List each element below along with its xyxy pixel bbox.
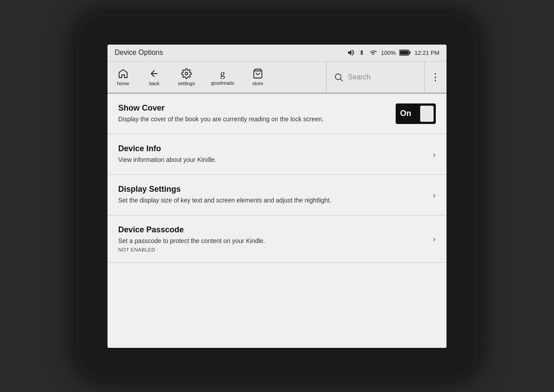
nav-store-label: store [252, 81, 263, 86]
device-passcode-status: NOT ENABLED [118, 247, 426, 252]
toggle-on-label: On [400, 109, 411, 118]
home-icon [118, 68, 128, 79]
nav-settings[interactable]: settings [170, 65, 203, 90]
back-icon [149, 68, 160, 79]
nav-goodreads[interactable]: g goodreads [203, 65, 242, 89]
device-screen: Device Options [107, 45, 447, 348]
svg-line-6 [340, 79, 343, 81]
wifi-icon [368, 49, 377, 56]
nav-items: home back [107, 62, 326, 93]
more-menu-button[interactable]: ⋮ [424, 62, 447, 93]
display-settings-chevron: › [433, 189, 436, 201]
search-area[interactable]: Search [326, 62, 424, 93]
kindle-device: Device Options [76, 13, 478, 379]
device-info-left: Device Info View information about your … [118, 144, 426, 165]
battery-percent: 100% [381, 50, 396, 56]
toggle-track[interactable]: On [396, 103, 436, 124]
nav-home-label: home [117, 81, 129, 86]
device-passcode-desc: Set a passcode to protect the content on… [118, 236, 426, 246]
time-display: 12:21 PM [414, 50, 439, 56]
nav-home[interactable]: home [107, 65, 139, 90]
display-settings-item[interactable]: Display Settings Set the display size of… [107, 175, 447, 215]
show-cover-left: Show Cover Display the cover of the book… [118, 103, 389, 124]
svg-point-3 [185, 72, 188, 75]
device-passcode-item[interactable]: Device Passcode Set a passcode to protec… [107, 215, 447, 263]
nav-store[interactable]: store [242, 65, 273, 90]
search-placeholder: Search [348, 73, 371, 81]
device-passcode-chevron: › [433, 233, 436, 244]
show-cover-desc: Display the cover of the book you are cu… [118, 115, 389, 124]
status-bar: Device Options [107, 45, 447, 62]
nav-back-label: back [149, 81, 159, 86]
show-cover-toggle[interactable]: On [396, 103, 436, 124]
display-settings-desc: Set the display size of key text and scr… [118, 196, 426, 205]
volume-icon [347, 49, 355, 57]
svg-rect-1 [400, 51, 409, 55]
device-info-chevron: › [433, 149, 436, 160]
toggle-thumb [420, 106, 434, 122]
device-passcode-left: Device Passcode Set a passcode to protec… [118, 225, 426, 252]
bluetooth-icon [359, 49, 365, 57]
settings-content: Show Cover Display the cover of the book… [107, 94, 447, 348]
more-icon: ⋮ [430, 71, 441, 83]
device-info-desc: View information about your Kindle. [118, 155, 426, 165]
nav-goodreads-label: goodreads [211, 80, 234, 86]
show-cover-title: Show Cover [118, 103, 389, 113]
page-title: Device Options [115, 49, 163, 57]
device-info-title: Device Info [118, 144, 426, 153]
store-icon [252, 68, 263, 79]
display-settings-left: Display Settings Set the display size of… [118, 185, 426, 205]
settings-icon [181, 68, 192, 79]
nav-bar: home back [107, 62, 447, 94]
nav-settings-label: settings [178, 81, 195, 86]
device-info-item[interactable]: Device Info View information about your … [107, 134, 447, 175]
svg-point-5 [335, 74, 341, 79]
battery-icon [399, 50, 411, 56]
show-cover-item[interactable]: Show Cover Display the cover of the book… [107, 94, 447, 134]
display-settings-title: Display Settings [118, 185, 426, 194]
status-icons: 100% 12:21 PM [347, 49, 439, 57]
goodreads-icon: g [220, 69, 225, 78]
nav-back[interactable]: back [139, 65, 170, 90]
svg-rect-2 [409, 51, 410, 54]
search-icon [334, 72, 343, 82]
device-passcode-title: Device Passcode [118, 225, 426, 235]
